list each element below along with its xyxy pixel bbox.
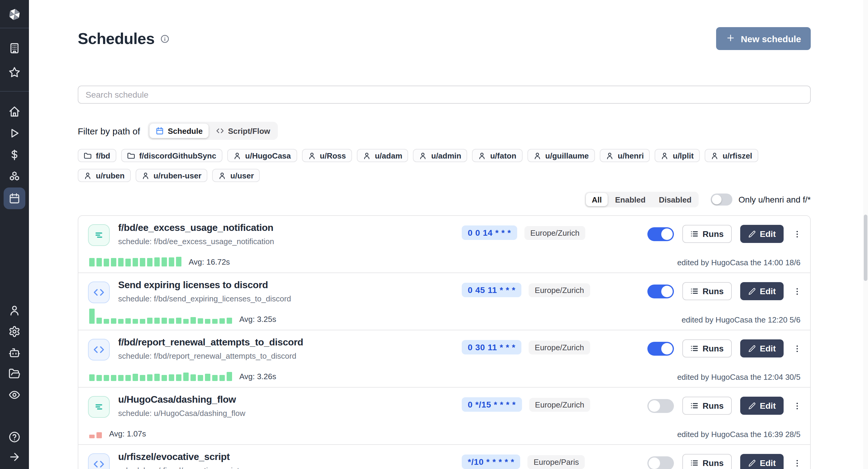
path-kind-script-flow[interactable]: Script/Flow	[210, 124, 276, 138]
run-bar[interactable]	[154, 257, 160, 267]
run-bar[interactable]	[140, 319, 145, 324]
run-bar[interactable]	[96, 258, 102, 267]
run-bar[interactable]	[161, 318, 167, 324]
sidebar-item-favorites[interactable]	[5, 63, 24, 82]
run-bar[interactable]	[190, 317, 196, 324]
path-chip-u/henri[interactable]: u/henri	[600, 149, 650, 162]
run-bar[interactable]	[104, 375, 109, 381]
run-bar[interactable]	[169, 374, 174, 381]
run-bar[interactable]	[140, 258, 145, 267]
run-bar[interactable]	[169, 318, 174, 324]
info-icon[interactable]	[161, 34, 170, 43]
run-bar[interactable]	[133, 258, 138, 267]
path-chip-u/Ross[interactable]: u/Ross	[302, 149, 352, 162]
sidebar-item-runs[interactable]	[5, 124, 24, 142]
path-kind-schedule[interactable]: Schedule	[150, 124, 209, 138]
run-bar[interactable]	[147, 318, 153, 324]
edit-button[interactable]: Edit	[740, 397, 784, 415]
runs-button[interactable]: Runs	[682, 225, 732, 243]
sidebar-item-workers[interactable]	[5, 344, 24, 362]
run-bar[interactable]	[133, 319, 138, 324]
run-bar[interactable]	[96, 375, 102, 381]
search-input[interactable]	[78, 86, 811, 104]
run-bar[interactable]	[176, 257, 181, 267]
run-bar[interactable]	[118, 258, 124, 267]
status-filter-disabled[interactable]: Disabled	[653, 193, 698, 206]
edit-button[interactable]: Edit	[740, 225, 784, 243]
run-bar[interactable]	[89, 309, 95, 324]
status-filter-all[interactable]: All	[586, 193, 608, 206]
path-chip-u/adam[interactable]: u/adam	[357, 149, 408, 162]
run-bar[interactable]	[111, 258, 116, 267]
run-bar[interactable]	[133, 374, 138, 381]
kebab-menu-icon[interactable]	[792, 282, 802, 300]
enable-toggle[interactable]	[647, 342, 674, 355]
sidebar-item-folders[interactable]	[5, 365, 24, 383]
path-chip-u/admin[interactable]: u/admin	[413, 149, 467, 162]
run-bar[interactable]	[104, 259, 109, 267]
run-bar[interactable]	[111, 375, 116, 381]
run-bar[interactable]	[227, 372, 232, 381]
sidebar-item-users[interactable]	[5, 302, 24, 319]
enable-toggle[interactable]	[647, 227, 674, 241]
sidebar-item-help[interactable]	[5, 428, 24, 446]
path-chip-u/ruben[interactable]: u/ruben	[78, 169, 130, 182]
sidebar-item-expand[interactable]	[5, 448, 24, 466]
run-bar[interactable]	[118, 375, 124, 381]
run-bar[interactable]	[198, 318, 203, 324]
run-bar[interactable]	[212, 319, 218, 324]
windmill-logo-icon[interactable]	[6, 6, 23, 23]
run-bar[interactable]	[183, 319, 189, 324]
status-filter-enabled[interactable]: Enabled	[609, 193, 652, 206]
run-bar[interactable]	[118, 319, 124, 324]
run-bar[interactable]	[96, 432, 102, 438]
run-bar[interactable]	[198, 375, 203, 381]
kebab-menu-icon[interactable]	[792, 225, 802, 243]
path-chip-u/rfiszel[interactable]: u/rfiszel	[705, 149, 758, 162]
run-bar[interactable]	[154, 374, 160, 381]
run-bar[interactable]	[125, 259, 131, 267]
run-bar[interactable]	[125, 375, 131, 381]
run-bar[interactable]	[219, 375, 225, 381]
runs-button[interactable]: Runs	[682, 339, 732, 357]
kebab-menu-icon[interactable]	[792, 454, 802, 469]
run-bar[interactable]	[212, 375, 218, 381]
run-bar[interactable]	[176, 374, 181, 381]
path-chip-u/faton[interactable]: u/faton	[472, 149, 522, 162]
edit-button[interactable]: Edit	[740, 454, 784, 469]
run-bar[interactable]	[183, 373, 189, 381]
run-bar[interactable]	[205, 319, 210, 324]
runs-button[interactable]: Runs	[682, 397, 732, 415]
path-chip-u/user[interactable]: u/user	[212, 169, 260, 182]
runs-button[interactable]: Runs	[682, 282, 732, 300]
sidebar-item-variables[interactable]	[5, 146, 24, 164]
run-bar[interactable]	[169, 257, 174, 267]
run-bar[interactable]	[89, 435, 95, 438]
sidebar-item-audit-logs[interactable]	[5, 386, 24, 404]
scrollbar[interactable]	[863, 0, 868, 469]
path-chip-f/discordGithubSync[interactable]: f/discordGithubSync	[121, 149, 222, 162]
run-bar[interactable]	[161, 375, 167, 381]
kebab-menu-icon[interactable]	[792, 339, 802, 357]
path-chip-u/lplit[interactable]: u/lplit	[655, 149, 700, 162]
sidebar-item-resources[interactable]	[5, 167, 24, 186]
new-schedule-button[interactable]: New schedule	[716, 27, 811, 50]
sidebar-item-home[interactable]	[5, 102, 24, 121]
edit-button[interactable]: Edit	[740, 339, 784, 357]
edit-button[interactable]: Edit	[740, 282, 784, 300]
henri-filter-toggle[interactable]	[711, 193, 733, 206]
path-chip-u/ruben-user[interactable]: u/ruben-user	[135, 169, 207, 182]
path-chip-f/bd[interactable]: f/bd	[78, 149, 116, 162]
run-bar[interactable]	[190, 374, 196, 381]
run-bar[interactable]	[111, 318, 116, 324]
run-bar[interactable]	[96, 318, 102, 324]
run-bar[interactable]	[227, 318, 232, 324]
run-bar[interactable]	[147, 374, 153, 381]
run-bar[interactable]	[154, 318, 160, 324]
path-chip-u/guillaume[interactable]: u/guillaume	[527, 149, 595, 162]
path-chip-u/HugoCasa[interactable]: u/HugoCasa	[227, 149, 297, 162]
kebab-menu-icon[interactable]	[792, 397, 802, 415]
run-bar[interactable]	[205, 374, 210, 381]
run-bar[interactable]	[125, 318, 131, 324]
run-bar[interactable]	[140, 375, 145, 381]
